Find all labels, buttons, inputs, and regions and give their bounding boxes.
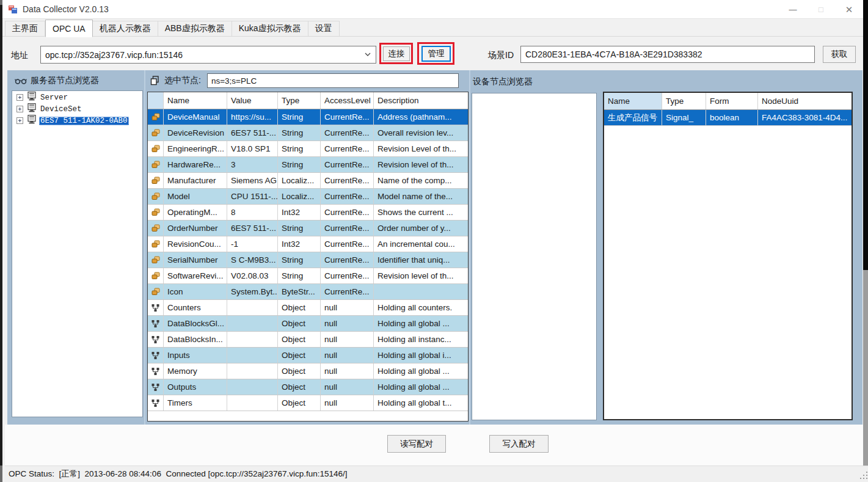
table-row[interactable]: CountersObjectnullHolding all counters. [148,300,468,316]
glasses-icon [15,78,27,84]
scene-id-input[interactable]: CD280E31-1EBA-4C7A-B18A-3E291D383382 [520,46,815,63]
table-cell [148,173,164,188]
table-cell: String [278,157,321,172]
table-row[interactable]: TimersObjectnullHolding all global t... [148,395,468,411]
table-cell [148,284,164,299]
selected-node-input[interactable]: ns=3;s=PLC [207,73,459,88]
table-cell: DataBlocksGl... [164,316,227,331]
tab-opc-ua[interactable]: OPC UA [45,20,93,37]
screenshot-root: Data Collector V2.0.13 — □ ✕ 地址 opc.tcp:… [0,0,868,482]
table-cell: DataBlocksIn... [164,332,227,347]
table-row[interactable]: ModelCPU 1511-...Localiz...CurrentRe...M… [148,189,468,205]
table-cell: CurrentRe... [321,205,374,220]
table-row[interactable]: OperatingM...8Int32CurrentRe...Shows the… [148,205,468,221]
table-row[interactable]: DataBlocksIn...ObjectnullHolding all ins… [148,332,468,348]
computer-icon [27,103,36,112]
table-cell [148,236,164,252]
expand-plus-icon[interactable] [16,106,23,112]
table-row[interactable]: 生成产品信号Signal_booleanFA4AC383-3081-4D4... [604,110,852,126]
table-cell: https://su... [227,109,278,125]
tree-item[interactable]: Server [12,92,142,103]
table-row[interactable]: OutputsObjectnullHolding all global ... [148,379,468,395]
table-cell: Model name of the... [374,189,468,204]
address-value: opc.tcp://352aj23767.vicp.fun:15146 [45,50,183,60]
tree-item[interactable]: 6ES7 511-1AK02-0AB0 [12,115,142,126]
maximize-button[interactable]: □ [807,0,835,19]
table-row[interactable]: HardwareRe...3StringCurrentRe...Revision… [148,157,468,173]
table-row[interactable]: DeviceRevision6ES7 511-...StringCurrentR… [148,125,468,141]
table-cell: CurrentRe... [321,221,374,236]
table-row[interactable]: RevisionCou...-1Int32CurrentRe...An incr… [148,236,468,252]
table-cell: Icon [164,284,227,299]
tab-robot-teach[interactable]: 机器人示教器 [93,21,158,37]
table-cell: An incremental cou... [374,236,468,252]
table-cell: 6ES7 511-... [227,221,278,236]
tab-main[interactable]: 主界面 [5,21,45,37]
table-row[interactable]: OrderNumber6ES7 511-...StringCurrentRe..… [148,221,468,236]
table-cell: CurrentRe... [321,125,374,141]
copy-icon[interactable] [150,76,159,86]
table-cell: Revision Level of th... [374,141,468,156]
table-cell: CurrentRe... [321,189,374,204]
table-row[interactable]: IconSystem.Byt...ByteStr...CurrentRe... [148,284,468,300]
object-icon [151,367,160,376]
tree-item-label: DeviceSet [39,105,83,114]
write-pair-button[interactable]: 写入配对 [489,435,549,453]
get-button[interactable]: 获取 [823,46,856,63]
app-window: Data Collector V2.0.13 — □ ✕ 地址 opc.tcp:… [2,0,863,482]
tree-item[interactable]: DeviceSet [12,104,142,114]
table-cell: CurrentRe... [321,284,374,299]
minimize-button[interactable]: — [779,0,807,19]
table-cell: Revision level of th... [374,268,468,283]
close-button[interactable]: ✕ [835,0,863,19]
table-cell [227,316,278,331]
table-cell: Object [278,316,321,331]
table-cell: CurrentRe... [321,252,374,268]
tab-kuka-virtual-teach[interactable]: Kuka虚拟示教器 [232,21,308,37]
table-row[interactable]: DataBlocksGl...ObjectnullHolding all glo… [148,316,468,332]
table-cell [148,363,164,379]
screen-edge-right-lower [863,270,868,466]
object-icon [151,383,160,392]
table-cell: null [321,363,374,379]
variable-icon [151,288,160,296]
table-cell: Localiz... [278,189,321,204]
address-combobox[interactable]: opc.tcp://352aj23767.vicp.fun:15146 [40,46,376,64]
tab-settings[interactable]: 设置 [308,21,340,37]
expand-plus-icon[interactable] [16,117,23,124]
table-cell: Name [164,92,227,109]
splitter[interactable] [144,70,145,425]
table-row[interactable]: MemoryObjectnullHolding all global ... [148,363,468,379]
tab-abb-virtual-teach[interactable]: ABB虚拟示教器 [158,21,232,37]
object-icon [151,399,160,407]
chevron-down-icon[interactable] [364,51,371,58]
expand-plus-icon[interactable] [16,94,23,101]
table-row[interactable]: SoftwareRevi...V02.08.03StringCurrentRe.… [148,268,468,284]
resize-grip[interactable] [860,472,868,480]
table-cell [374,284,468,299]
table-cell: RevisionCou... [164,236,227,252]
table-cell: Type [278,92,321,109]
table-cell: Int32 [278,205,321,220]
variable-icon [151,208,160,216]
manage-button[interactable]: 管理 [421,46,451,62]
table-cell: Holding all global ... [374,316,468,331]
table-cell: Signal_ [662,110,706,125]
table-row[interactable]: SerialNumberS C-M9B3...StringCurrentRe..… [148,252,468,268]
table-cell: 8 [227,205,278,220]
table-row[interactable]: DeviceManualhttps://su...StringCurrentRe… [148,109,468,125]
splitter[interactable] [469,70,470,425]
read-write-pair-button[interactable]: 读写配对 [387,435,446,453]
connect-button[interactable]: 连接 [383,46,410,61]
status-bar: OPC Status: [正常] 2013-06-28 08:44:06 Con… [5,466,868,482]
table-cell: Holding all global t... [374,395,468,411]
variable-icon [151,129,160,137]
table-row[interactable]: ManufacturerSiemens AGLocaliz...CurrentR… [148,173,468,189]
table-row[interactable]: EngineeringR...V18.0 SP1StringCurrentRe.… [148,141,468,157]
table-cell: OperatingM... [164,205,227,220]
table-cell: Manufacturer [164,173,227,188]
table-cell: FA4AC383-3081-4D4... [758,110,852,125]
table-row[interactable]: InputsObjectnullHolding all global i... [148,348,468,363]
table-cell [148,141,164,156]
table-cell: Timers [164,395,227,411]
